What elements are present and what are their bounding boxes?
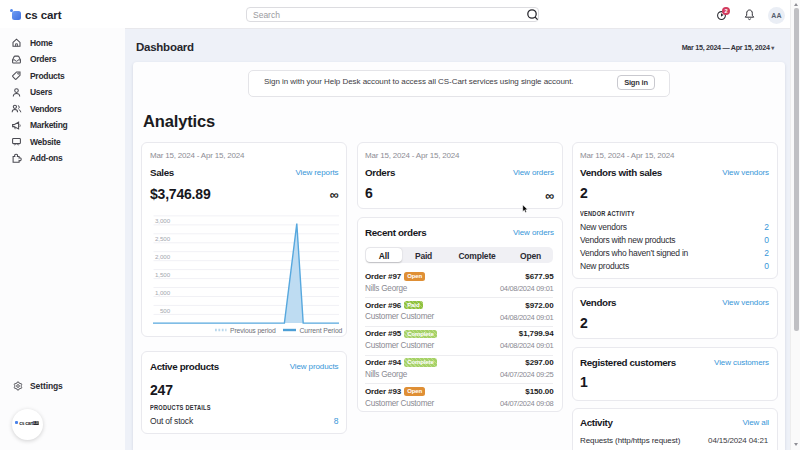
svg-text:Previous period: Previous period bbox=[230, 327, 276, 335]
svg-text:500: 500 bbox=[160, 307, 171, 314]
svg-text:2,500: 2,500 bbox=[155, 235, 171, 242]
svg-text:1,000: 1,000 bbox=[155, 289, 171, 296]
svg-text:1,500: 1,500 bbox=[155, 271, 171, 278]
svg-text:Current Period: Current Period bbox=[300, 327, 343, 334]
svg-text:3,000: 3,000 bbox=[155, 217, 171, 224]
svg-text:2,000: 2,000 bbox=[155, 253, 171, 260]
